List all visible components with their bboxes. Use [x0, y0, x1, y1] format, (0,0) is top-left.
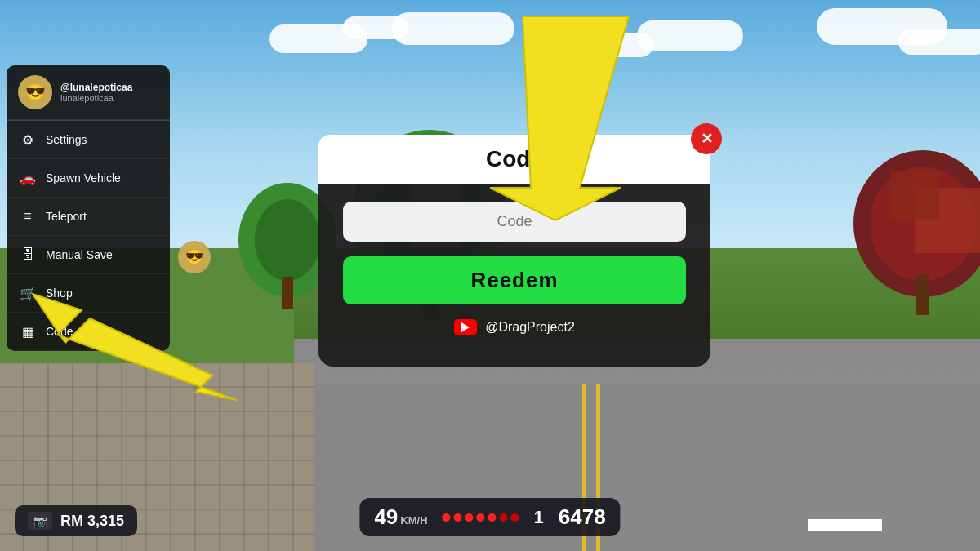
rpm-dot-5 [488, 513, 497, 522]
redeem-button[interactable]: Reedem [343, 256, 686, 304]
youtube-icon [454, 319, 477, 335]
settings-icon: ⚙ [20, 131, 36, 148]
sidebar-item-manual-save[interactable]: 🗄 Manual Save [7, 236, 170, 274]
avatar: 😎 [18, 75, 52, 109]
rpm-dots [443, 510, 519, 525]
user-info: @lunalepoticaa lunalepoticaa [60, 82, 132, 103]
shop-icon: 🛒 [20, 285, 36, 301]
code-icon: ▦ [20, 323, 36, 340]
youtube-credit: @DragProject2 [454, 319, 575, 335]
sidebar-item-label: Shop [46, 287, 73, 300]
dialog-body: Reedem @DragProject2 [318, 184, 710, 344]
rpm-dots-container [443, 510, 519, 525]
road-line-white [808, 519, 882, 531]
dialog-title: Code [486, 146, 543, 172]
sidebar-menu: 😎 @lunalepoticaa lunalepoticaa ⚙ Setting… [7, 65, 170, 351]
credit-name: @DragProject2 [485, 320, 575, 335]
tree-trunk-left [282, 277, 293, 309]
hud-speedometer: 49 KM/H 1 6478 [359, 498, 620, 536]
tree-top-left [255, 199, 320, 281]
code-dialog: Code ✕ Reedem @DragProject2 [318, 135, 710, 367]
speed-unit: KM/H [400, 514, 427, 527]
money-display: 📷 RM 3,315 [15, 505, 137, 536]
sidebar-item-label: Spawn Vehicle [46, 171, 121, 184]
rpm-dot-4 [477, 513, 485, 522]
character-avatar: 😎 [178, 241, 211, 273]
money-amount: RM 3,315 [60, 513, 124, 530]
close-button[interactable]: ✕ [691, 123, 722, 154]
sidebar-item-code[interactable]: ▦ Code [7, 313, 170, 351]
sidebar-item-spawn-vehicle[interactable]: 🚗 Spawn Vehicle [7, 159, 170, 198]
tree-trunk-right [916, 274, 929, 315]
dialog-header: Code ✕ [318, 135, 710, 184]
spawn-vehicle-icon: 🚗 [20, 170, 36, 186]
rpm-dot-6 [500, 513, 508, 522]
rpm-dot-2 [454, 513, 462, 522]
rpm-display: 6478 [559, 504, 606, 530]
cloud [898, 29, 980, 55]
sidebar-item-label: Settings [46, 133, 87, 146]
cloud [637, 20, 743, 51]
sidebar-item-shop[interactable]: 🛒 Shop [7, 274, 170, 313]
sidebar-item-teleport[interactable]: ≡ Teleport [7, 198, 170, 236]
sidebar-item-label: Code [46, 325, 73, 338]
sidebar-item-label: Manual Save [46, 248, 113, 261]
sidebar-item-label: Teleport [46, 210, 87, 223]
manual-save-icon: 🗄 [20, 247, 36, 263]
sidebar-header: 😎 @lunalepoticaa lunalepoticaa [7, 65, 170, 120]
teleport-icon: ≡ [20, 208, 36, 224]
sidebar-item-settings[interactable]: ⚙ Settings [7, 121, 170, 159]
building-right2 [890, 171, 939, 220]
tree-left [255, 199, 320, 309]
rpm-dot-1 [443, 513, 451, 522]
camera-icon: 📷 [28, 512, 52, 530]
speed-display: 49 KM/H [374, 504, 427, 530]
rpm-dot-7 [511, 513, 519, 522]
rpm-dot-3 [466, 513, 474, 522]
cloud [392, 12, 514, 45]
code-input[interactable] [343, 202, 686, 242]
username-sub: lunalepoticaa [60, 93, 132, 103]
speed-value: 49 [374, 504, 398, 530]
gear-display: 1 [534, 507, 544, 528]
username: @lunalepoticaa [60, 82, 132, 93]
